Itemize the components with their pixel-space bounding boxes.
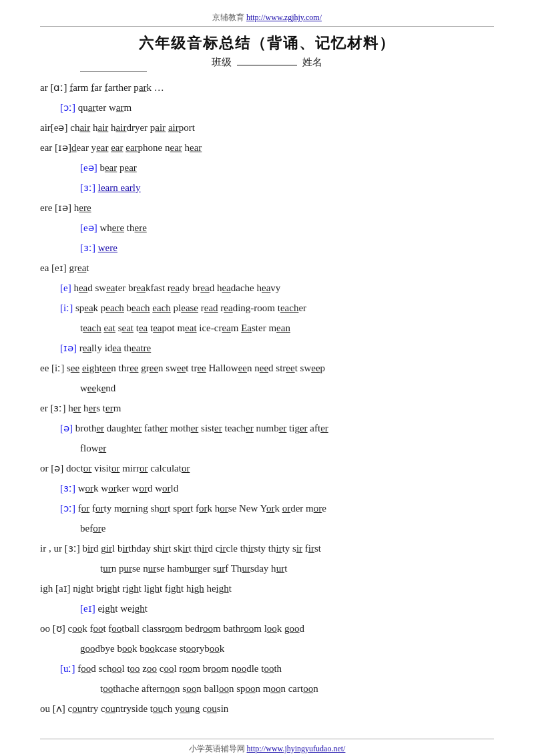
main-title: 六年级音标总结（背诵、记忆材料）	[40, 33, 494, 53]
section-ear: ear [ɪə]dear year ear earphone near hear…	[40, 138, 494, 198]
section-ere: ere [ɪə] here [eə] where there [ɜː] were	[40, 198, 494, 258]
line-or-2: [ɜː] work worker word world	[40, 478, 494, 498]
section-ea: ea [eɪ] great [e] head sweater breakfast…	[40, 258, 494, 358]
section-oo: oo [ʊ] cook foot football classroom bedr…	[40, 618, 494, 699]
section-ee: ee [iː] see eighteen three green sweet t…	[40, 358, 494, 398]
section-ar: ar [ɑː] farm far farther park … [ɔː] qua…	[40, 77, 494, 118]
name-underline	[80, 70, 147, 72]
line-ee-2: weekend	[40, 378, 494, 398]
line-ea-3: [iː] speak peach beach each please read …	[40, 298, 494, 318]
line-ar-2: [ɔː] quarter warm	[40, 98, 494, 118]
section-igh: igh [aɪ] night bright right light fight …	[40, 578, 494, 618]
line-or-3: [ɔː] for forty morning short sport fork …	[40, 498, 494, 518]
footer-link[interactable]: http://www.jhyingyufudao.net/	[247, 744, 346, 753]
class-label: 班级	[212, 57, 232, 67]
bottom-footer: 小学英语辅导网 http://www.jhyingyufudao.net/	[40, 739, 494, 755]
line-oo-4: toothache afternoon soon balloon spoon m…	[40, 679, 494, 699]
line-igh-1: igh [aɪ] night bright right light fight …	[40, 578, 494, 598]
line-ere-3: [ɜː] were	[40, 238, 494, 258]
line-irur-2: turn purse nurse hamburger surf Thursday…	[40, 558, 494, 578]
line-er-2: [ə] brother daughter father mother siste…	[40, 418, 494, 438]
section-or: or [ə] doctor visitor mirror calculator …	[40, 458, 494, 538]
section-air: air[eə] chair hair hairdryer pair airpor…	[40, 118, 494, 138]
class-blank	[237, 65, 297, 65]
page: 京辅教育 http://www.zgjhjy.com/ 六年级音标总结（背诵、记…	[0, 0, 534, 756]
section-ou: ou [ʌ] country countryside touch young c…	[40, 699, 494, 719]
line-ere-1: ere [ɪə] here	[40, 198, 494, 218]
line-air-1: air[eə] chair hair hairdryer pair airpor…	[40, 118, 494, 138]
section-er: er [ɜː] her hers term [ə] brother daught…	[40, 398, 494, 458]
line-er-3: flower	[40, 438, 494, 458]
line-oo-1: oo [ʊ] cook foot football classroom bedr…	[40, 618, 494, 638]
line-igh-2: [eɪ] eight weight	[40, 598, 494, 618]
line-ear-1: ear [ɪə]dear year ear earphone near hear	[40, 138, 494, 158]
line-ee-1: ee [iː] see eighteen three green sweet t…	[40, 358, 494, 378]
line-ea-4: teach eat seat tea teapot meat ice-cream…	[40, 318, 494, 338]
line-oo-3: [uː] food school too zoo cool room broom…	[40, 658, 494, 679]
footer-text: 小学英语辅导网	[189, 744, 245, 753]
line-oo-2: goodbye book bookcase stoorybook	[40, 638, 494, 658]
line-ar-1: ar [ɑː] farm far farther park …	[40, 77, 494, 98]
line-ear-3: [ɜː] learn early	[40, 178, 494, 198]
subtitle: 班级 姓名	[40, 56, 494, 69]
line-or-4: before	[40, 518, 494, 538]
header-text: 京辅教育	[212, 13, 244, 22]
name-label: 姓名	[302, 57, 322, 67]
line-or-1: or [ə] doctor visitor mirror calculator	[40, 458, 494, 478]
content-area: ar [ɑː] farm far farther park … [ɔː] qua…	[40, 77, 494, 719]
line-er-1: er [ɜː] her hers term	[40, 398, 494, 418]
line-ere-2: [eə] where there	[40, 218, 494, 238]
line-ea-2: [e] head sweater breakfast ready bread h…	[40, 278, 494, 298]
top-header: 京辅教育 http://www.zgjhjy.com/	[40, 12, 494, 27]
section-ir-ur: ir , ur [ɜː] bird girl birthday shirt sk…	[40, 538, 494, 578]
line-irur-1: ir , ur [ɜː] bird girl birthday shirt sk…	[40, 538, 494, 558]
line-ea-5: [ɪə] really idea theatre	[40, 338, 494, 358]
line-ou-1: ou [ʌ] country countryside touch young c…	[40, 699, 494, 719]
line-ear-2: [eə] bear pear	[40, 158, 494, 178]
line-ea-1: ea [eɪ] great	[40, 258, 494, 278]
header-link[interactable]: http://www.zgjhjy.com/	[246, 13, 322, 22]
